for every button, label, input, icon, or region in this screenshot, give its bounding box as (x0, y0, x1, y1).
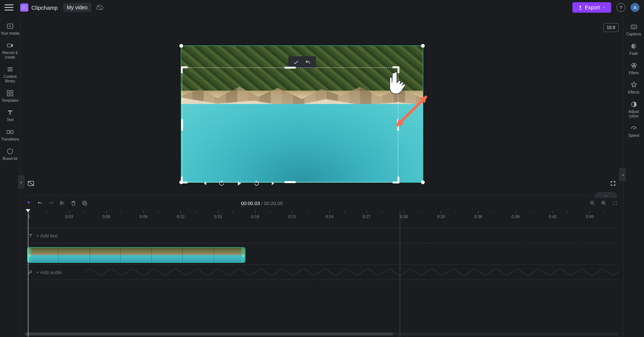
filters-icon (630, 62, 638, 69)
svg-point-11 (631, 44, 636, 48)
next-frame-button[interactable] (270, 180, 277, 188)
sidebar-label: Transitions (1, 137, 19, 142)
split-icon[interactable] (59, 200, 65, 206)
fade-icon (630, 42, 638, 50)
sidebar-item-content-library[interactable]: Content library (0, 63, 21, 86)
ruler-tick: 0:06 (102, 211, 110, 219)
skip-forward-button[interactable] (253, 180, 260, 188)
sidebar-label: Speed (628, 133, 639, 138)
clip-end-marker (400, 211, 400, 337)
svg-text:CC: CC (632, 26, 636, 28)
sidebar-item-templates[interactable]: Templates (0, 86, 21, 106)
sidebar-label: Text (7, 118, 13, 122)
sidebar-item-adjust-colors[interactable]: Adjust colors (623, 98, 644, 122)
transitions-icon (6, 128, 14, 136)
crop-handle-left[interactable] (181, 119, 183, 130)
sidebar-item-text[interactable]: Text (0, 106, 21, 125)
upload-icon (578, 5, 583, 10)
sidebar-label: Captions (626, 32, 641, 37)
text-icon (6, 109, 14, 116)
sidebar-label: Your media (1, 31, 19, 36)
timeline-scrollbar[interactable] (25, 333, 619, 336)
sidebar-item-fade[interactable]: Fade (623, 40, 644, 59)
delete-icon[interactable] (70, 200, 76, 206)
avatar[interactable]: A (631, 3, 640, 12)
safe-zones-toggle[interactable] (27, 180, 35, 189)
menu-icon[interactable] (4, 3, 13, 12)
media-icon (6, 22, 14, 30)
help-icon[interactable]: ? (616, 3, 625, 12)
prev-frame-button[interactable] (201, 180, 208, 188)
crop-rectangle[interactable] (182, 67, 398, 182)
add-audio-label: + Add audio (36, 270, 62, 275)
svg-line-31 (604, 204, 606, 205)
ruler-tick: 0:39 (512, 211, 519, 219)
ruler-tick: 0:42 (549, 211, 556, 219)
sidebar-label: Content library (0, 75, 21, 84)
svg-point-17 (633, 128, 634, 129)
clip-thumbnails (28, 248, 245, 262)
preview-canvas[interactable] (181, 45, 423, 183)
svg-rect-4 (11, 91, 13, 93)
ruler-tick: 0:09 (139, 211, 147, 219)
ruler-tick: 0:15 (214, 211, 222, 219)
fullscreen-button[interactable] (610, 180, 616, 188)
text-track-icon (28, 233, 33, 238)
project-title[interactable]: My video (63, 3, 91, 12)
resize-handle-tl[interactable] (179, 44, 183, 48)
app-logo: Clipchamp (20, 3, 58, 12)
resize-handle-tr[interactable] (421, 44, 425, 48)
fit-zoom-icon[interactable] (612, 200, 618, 206)
sidebar-item-speed[interactable]: Speed (623, 122, 644, 141)
undo-icon[interactable] (305, 59, 311, 66)
skip-back-button[interactable] (218, 180, 225, 188)
sidebar-item-brand-kit[interactable]: Brand kit (0, 145, 21, 164)
library-icon (6, 66, 14, 73)
crop-corner-tl[interactable] (181, 66, 188, 73)
captions-icon: CC (630, 23, 638, 31)
sidebar-item-your-media[interactable]: Your media (0, 19, 21, 39)
tl-redo-icon[interactable] (48, 200, 54, 206)
aspect-ratio-button[interactable]: 16:9 (603, 23, 619, 32)
crop-handle-top[interactable] (285, 67, 296, 69)
audio-waveform-ghost (85, 265, 619, 280)
play-button[interactable] (235, 180, 243, 189)
export-button[interactable]: Export (572, 2, 611, 13)
ruler-tick: 0:03 (65, 211, 73, 219)
sidebar-label: Record & create (0, 51, 21, 60)
add-audio-track[interactable]: + Add audio (25, 264, 619, 280)
zoom-in-icon[interactable] (601, 200, 607, 206)
tl-undo-icon[interactable] (37, 200, 43, 206)
ruler-tick: 0:45 (586, 211, 594, 219)
cloud-sync-off-icon[interactable] (96, 4, 103, 11)
svg-line-22 (28, 181, 34, 186)
ai-sparkle-icon[interactable] (26, 200, 32, 206)
svg-rect-24 (83, 201, 86, 204)
sidebar-label: Templates (1, 98, 19, 103)
ruler-tick: 0:27 (363, 211, 371, 219)
ruler-tick: 0:36 (474, 211, 482, 219)
sidebar-item-effects[interactable]: Effects (623, 78, 644, 98)
svg-rect-6 (11, 94, 13, 96)
timeline-scrollbar-thumb[interactable] (25, 333, 393, 336)
timeline-ruler[interactable]: 00:030:060:090:120:150:180:210:240:270:3… (25, 211, 619, 221)
svg-rect-7 (7, 130, 10, 133)
add-text-track[interactable]: + Add text (25, 228, 619, 243)
accept-icon[interactable] (293, 59, 299, 66)
zoom-out-icon[interactable] (590, 200, 596, 206)
sidebar-item-filters[interactable]: Filters (623, 59, 644, 78)
playhead[interactable] (28, 211, 28, 337)
video-clip[interactable]: || || (27, 247, 245, 263)
svg-rect-8 (11, 130, 13, 133)
speed-icon (630, 125, 638, 132)
duplicate-icon[interactable] (82, 200, 88, 206)
sidebar-item-captions[interactable]: CC Captions (623, 20, 644, 40)
sidebar-item-record-create[interactable]: Record & create (0, 39, 21, 63)
time-current: 00:00.03 (241, 201, 260, 206)
sidebar-item-transitions[interactable]: Transitions (0, 125, 21, 145)
svg-line-27 (593, 204, 594, 205)
tutorial-drag-arrow-icon (389, 89, 434, 135)
ruler-tick: 0:12 (177, 211, 185, 219)
collapse-timeline-icon[interactable]: ⌄ (595, 192, 617, 198)
clip-trim-right[interactable]: || (241, 248, 245, 262)
